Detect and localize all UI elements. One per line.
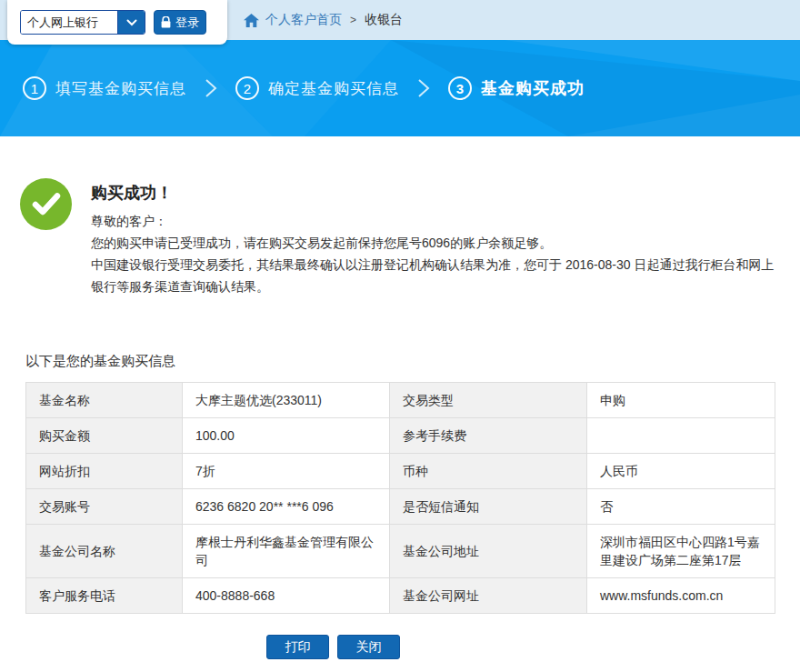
success-message-line-2: 中国建设银行受理交易委托，其结果最终确认以注册登记机构确认结果为准，您可于 20…	[91, 254, 780, 297]
breadcrumb-home-link[interactable]: 个人客户首页	[244, 12, 342, 28]
fund-purchase-details-table: 基金名称 大摩主题优选(233011) 交易类型 申购 购买金额 100.00 …	[25, 382, 775, 614]
fund-company-website-label: 基金公司网址	[390, 578, 587, 614]
breadcrumb: 个人客户首页 > 收银台	[244, 0, 403, 40]
action-buttons: 打印 关闭	[266, 635, 400, 659]
purchase-amount-value: 100.00	[183, 418, 390, 454]
lock-icon	[161, 16, 171, 28]
fund-company-name-value: 摩根士丹利华鑫基金管理有限公司	[183, 525, 390, 578]
step-2-label: 确定基金购买信息	[268, 78, 399, 99]
success-message: 尊敬的客户： 您的购买申请已受理成功，请在购买交易发起前保持您尾号6096的账户…	[91, 210, 780, 297]
home-icon	[244, 14, 259, 27]
step-1-number: 1	[23, 76, 46, 100]
login-button[interactable]: 登录	[154, 10, 206, 35]
step-separator-icon	[205, 77, 217, 99]
channel-select-dropdown-button[interactable]	[117, 11, 145, 34]
site-discount-value: 7折	[183, 454, 390, 489]
currency-label: 币种	[390, 454, 587, 489]
step-2-confirm-info: 2 确定基金购买信息	[235, 76, 399, 100]
login-button-label: 登录	[175, 15, 199, 31]
step-3-label: 基金购买成功	[481, 77, 585, 99]
breadcrumb-current: 收银台	[365, 12, 403, 28]
wizard-steps: 1 填写基金购买信息 2 确定基金购买信息 3 基金购买成功	[23, 40, 585, 136]
channel-select[interactable]: 个人网上银行	[20, 10, 145, 35]
chevron-down-icon	[126, 19, 137, 26]
sms-notify-value: 否	[587, 489, 775, 525]
steps-banner: 1 填写基金购买信息 2 确定基金购买信息 3 基金购买成功	[0, 40, 800, 136]
success-check-badge	[20, 178, 72, 230]
fund-company-address-label: 基金公司地址	[390, 525, 587, 578]
details-section-title: 以下是您的基金购买信息	[25, 353, 175, 370]
currency-value: 人民币	[587, 454, 775, 489]
success-salutation: 尊敬的客户：	[91, 210, 780, 232]
sms-notify-label: 是否短信通知	[390, 489, 587, 525]
success-check-icon	[32, 193, 61, 216]
success-message-line-1: 您的购买申请已受理成功，请在购买交易发起前保持您尾号6096的账户余额足够。	[91, 232, 780, 254]
transaction-type-value: 申购	[587, 383, 775, 418]
step-2-number: 2	[235, 76, 259, 100]
print-button[interactable]: 打印	[266, 635, 329, 659]
breadcrumb-home-label: 个人客户首页	[265, 12, 342, 28]
step-1-fill-info: 1 填写基金购买信息	[23, 76, 186, 100]
table-row: 交易账号 6236 6820 20** ***6 096 是否短信通知 否	[26, 489, 775, 525]
close-button[interactable]: 关闭	[337, 635, 400, 659]
table-row: 购买金额 100.00 参考手续费	[26, 418, 775, 454]
reference-fee-label: 参考手续费	[390, 418, 587, 454]
transaction-account-value: 6236 6820 20** ***6 096	[183, 489, 390, 525]
purchase-amount-label: 购买金额	[26, 418, 183, 454]
fund-company-name-label: 基金公司名称	[26, 525, 183, 578]
fund-name-value: 大摩主题优选(233011)	[183, 383, 390, 418]
table-row: 客户服务电话 400-8888-668 基金公司网址 www.msfunds.c…	[26, 578, 775, 614]
step-3-success: 3 基金购买成功	[448, 76, 585, 100]
table-row: 网站折扣 7折 币种 人民币	[26, 454, 775, 489]
breadcrumb-separator: >	[350, 14, 356, 26]
reference-fee-value	[587, 418, 775, 454]
login-widget-card: 个人网上银行 登录	[7, 0, 227, 45]
service-phone-value: 400-8888-668	[183, 578, 390, 614]
table-row: 基金公司名称 摩根士丹利华鑫基金管理有限公司 基金公司地址 深圳市福田区中心四路…	[26, 525, 775, 578]
site-discount-label: 网站折扣	[26, 454, 183, 489]
transaction-account-label: 交易账号	[26, 489, 183, 525]
success-title: 购买成功！	[91, 182, 173, 204]
fund-name-label: 基金名称	[26, 383, 183, 418]
step-1-label: 填写基金购买信息	[55, 78, 186, 99]
table-row: 基金名称 大摩主题优选(233011) 交易类型 申购	[26, 383, 775, 418]
fund-company-website-value: www.msfunds.com.cn	[587, 578, 775, 614]
service-phone-label: 客户服务电话	[26, 578, 183, 614]
step-3-number: 3	[448, 76, 472, 100]
fund-company-address-value: 深圳市福田区中心四路1号嘉里建设广场第二座第17层	[587, 525, 775, 578]
channel-select-value[interactable]: 个人网上银行	[21, 11, 117, 34]
step-separator-icon	[417, 77, 430, 99]
transaction-type-label: 交易类型	[390, 383, 587, 418]
